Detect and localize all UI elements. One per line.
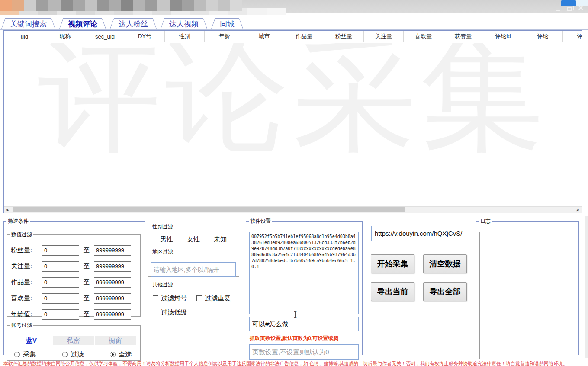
close-icon[interactable]: ✕ [578, 5, 584, 12]
group-title: 账号过滤 [10, 322, 33, 329]
checkbox-icon [153, 295, 158, 301]
tab[interactable]: 同城 [211, 18, 243, 29]
radio-label: 采集 [23, 350, 36, 359]
numeric-filter-row: 作品量: 至 [11, 276, 140, 288]
column-header[interactable]: sec_uid [85, 31, 125, 42]
radio-option[interactable]: 全选 [110, 350, 132, 359]
min-value-input[interactable] [42, 245, 79, 256]
column-header[interactable]: 喜欢量 [404, 31, 443, 42]
window-controls: ✕ [556, 5, 584, 12]
scrollbar-thumb[interactable] [13, 207, 405, 212]
group-title: 地区过滤 [151, 248, 174, 256]
checkbox-label: 过滤低级 [161, 308, 187, 317]
radio-option[interactable]: 采集 [14, 350, 36, 359]
config-token-textarea[interactable]: 007952f5b5b741eb1ef95068a8d1b95e4d03b8a4… [249, 232, 359, 314]
max-value-input[interactable] [94, 277, 131, 288]
numeric-filter-row: 关注量: 至 [11, 260, 140, 272]
to-label: 至 [84, 263, 90, 270]
min-value-input[interactable] [42, 277, 79, 288]
column-header[interactable]: 评论id [483, 31, 523, 42]
tab-top-border [215, 18, 239, 19]
window-right-gutter [585, 216, 588, 358]
field-label: 关注量: [11, 262, 42, 270]
page-count-input[interactable] [249, 344, 359, 360]
watermark-text: 评论采集 [4, 43, 582, 160]
text-caret [289, 312, 289, 320]
scrollbar-track[interactable] [12, 207, 574, 213]
horizontal-scrollbar[interactable]: < > [4, 206, 582, 213]
checkbox-option[interactable]: 男性 [152, 235, 173, 244]
column-header[interactable]: 粉丝量 [324, 31, 364, 42]
checkbox-option[interactable]: 过滤重复 [196, 294, 231, 302]
action-button[interactable]: 导出全部 [423, 282, 467, 301]
titlebar: ✕ [0, 0, 588, 13]
log-output[interactable] [479, 232, 575, 359]
tab-label: 同城 [220, 19, 235, 29]
tab[interactable]: 达人粉丝 [110, 18, 157, 29]
region-input[interactable] [151, 262, 236, 277]
column-header[interactable]: 评论 [563, 31, 582, 42]
column-header[interactable]: 性别 [165, 31, 205, 42]
field-label: 作品量: [11, 278, 42, 286]
min-value-input[interactable] [42, 293, 79, 304]
account-type-tab[interactable]: 蓝V [11, 336, 52, 345]
tab-label: 达人粉丝 [119, 19, 148, 29]
table-body: 评论采集 [4, 43, 582, 206]
max-value-input[interactable] [94, 293, 131, 304]
other-options: 过滤封号 过滤重复 过滤低级 [148, 289, 239, 317]
column-header[interactable]: uid [4, 31, 45, 42]
scroll-left-icon[interactable]: < [4, 207, 12, 213]
to-label: 至 [84, 279, 90, 286]
tab[interactable]: 达人视频 [161, 18, 207, 29]
column-header[interactable]: 年龄 [205, 31, 244, 42]
field-label: 喜欢量: [11, 294, 42, 302]
checkbox-label: 过滤封号 [161, 294, 187, 302]
to-label: 至 [84, 295, 90, 302]
account-type-tab[interactable]: 私密 [53, 336, 94, 345]
account-type-tab[interactable]: 橱窗 [95, 336, 136, 345]
group-title: 性别过滤 [151, 223, 174, 231]
panel-title: 筛选条件 [6, 218, 30, 225]
video-url-input[interactable] [371, 226, 466, 241]
account-filter-group: 账号过滤 蓝V私密橱窗 采集 过滤 全选 [7, 322, 141, 361]
ibeam-cursor: I [294, 310, 297, 319]
column-header[interactable]: 昵称 [45, 31, 85, 42]
numeric-filter-rows: 粉丝量: 至 关注量: 至 作品量: 至 [7, 238, 140, 320]
max-value-input[interactable] [94, 309, 131, 320]
action-button[interactable]: 开始采集 [371, 254, 414, 273]
tab-top-border [164, 18, 203, 19]
software-settings-panel: 软件设置 007952f5b5b741eb1ef95068a8d1b95e4d0… [246, 218, 363, 355]
action-buttons: 开始采集清空数据导出当前导出全部 [371, 254, 467, 301]
checkbox-icon [196, 295, 202, 301]
checkbox-label: 男性 [160, 235, 173, 244]
scroll-right-icon[interactable]: > [574, 207, 582, 213]
radio-label: 全选 [119, 350, 132, 359]
restore-icon[interactable] [567, 7, 572, 11]
radio-icon [110, 352, 116, 357]
max-value-input[interactable] [94, 261, 131, 272]
column-header[interactable]: DY号 [125, 31, 165, 42]
min-value-input[interactable] [42, 261, 79, 272]
tab[interactable]: 视频评论 [59, 18, 106, 29]
radio-option[interactable]: 过滤 [62, 350, 84, 359]
panel-title: 软件设置 [249, 218, 272, 225]
column-header[interactable]: 关注量 [364, 31, 404, 42]
column-header[interactable]: 评论 [523, 31, 563, 42]
checkbox-option[interactable]: 过滤低级 [153, 308, 187, 317]
checkbox-option[interactable]: 女性 [179, 235, 200, 244]
checkbox-option[interactable]: 过滤封号 [153, 294, 187, 302]
min-value-input[interactable] [42, 309, 79, 320]
max-value-input[interactable] [94, 245, 131, 256]
action-button[interactable]: 导出当前 [371, 282, 414, 301]
column-header[interactable]: 获赞量 [443, 31, 483, 42]
column-header[interactable]: 城市 [244, 31, 284, 42]
minimize-icon[interactable] [556, 10, 560, 11]
radio-icon [62, 352, 68, 357]
checkbox-icon [153, 310, 158, 315]
keyword-input[interactable] [249, 317, 359, 331]
column-header[interactable]: 作品量 [284, 31, 324, 42]
action-button[interactable]: 清空数据 [423, 254, 467, 273]
checkbox-option[interactable]: 未知 [206, 235, 227, 244]
checkbox-icon [179, 237, 184, 242]
tab[interactable]: 关键词搜索 [1, 18, 55, 29]
